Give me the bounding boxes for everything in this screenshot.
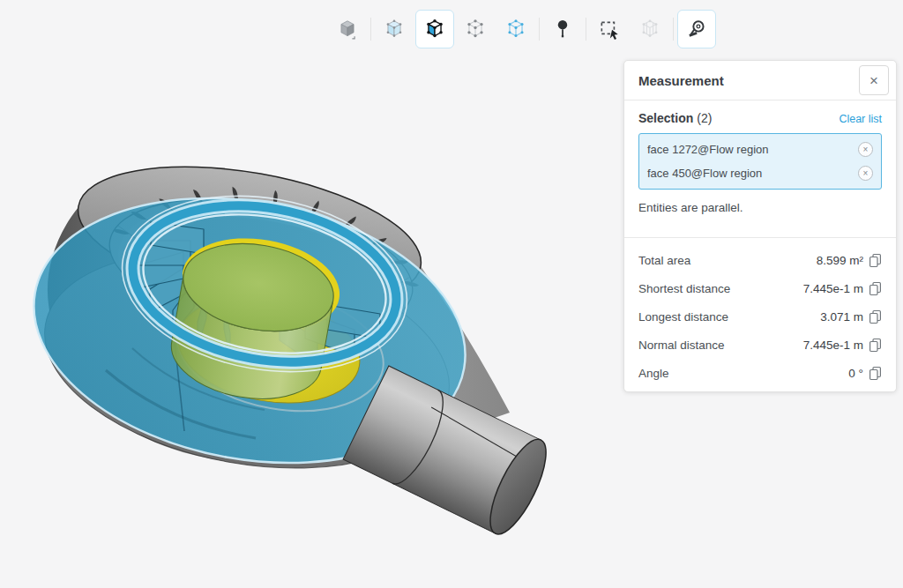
measure-label: Shortest distance — [638, 282, 803, 295]
view-toolbar — [328, 10, 716, 48]
status-text: Entities are parallel. — [638, 201, 882, 214]
measure-value: 3.071 m — [820, 310, 863, 324]
solid-cube-icon[interactable] — [328, 10, 367, 48]
measure-tape-icon[interactable] — [677, 10, 716, 48]
probe-pin-icon[interactable] — [543, 10, 582, 48]
selection-count: (2) — [697, 111, 712, 125]
copy-icon[interactable] — [869, 309, 882, 324]
wireframe-cube-icon[interactable] — [496, 10, 535, 48]
toolbar-separator — [673, 18, 674, 41]
toolbar-separator — [370, 18, 371, 41]
table-row: Angle 0 ° — [638, 359, 882, 387]
measurement-rows: Total area 8.599 m² Shortest distance 7.… — [624, 238, 896, 387]
faces-cube-icon[interactable] — [415, 10, 454, 48]
copy-icon[interactable] — [869, 281, 882, 296]
list-item[interactable]: face 450@Flow region × — [647, 161, 873, 185]
copy-icon[interactable] — [869, 366, 882, 381]
clear-list-link[interactable]: Clear list — [839, 113, 882, 125]
measure-value: 7.445e-1 m — [803, 282, 863, 295]
remove-item-icon[interactable]: × — [858, 142, 873, 157]
measure-value: 7.445e-1 m — [803, 339, 863, 352]
table-row: Longest distance 3.071 m — [638, 302, 882, 331]
toolbar-separator — [539, 18, 540, 41]
copy-icon[interactable] — [869, 253, 882, 268]
measure-value: 0 ° — [848, 367, 863, 380]
selection-item-name: face 450@Flow region — [647, 167, 858, 180]
measure-label: Longest distance — [638, 310, 820, 324]
vertices-cube-icon[interactable] — [456, 10, 495, 48]
remove-item-icon[interactable]: × — [858, 166, 873, 181]
mesh-cube-icon[interactable] — [631, 10, 669, 48]
close-icon[interactable]: × — [859, 65, 889, 95]
selection-item-name: face 1272@Flow region — [647, 143, 858, 156]
measure-label: Angle — [638, 367, 848, 380]
measure-value: 8.599 m² — [817, 254, 863, 267]
list-item[interactable]: face 1272@Flow region × — [647, 138, 873, 161]
table-row: Shortest distance 7.445e-1 m — [638, 274, 882, 302]
box-select-icon[interactable] — [590, 10, 629, 48]
panel-header: Measurement × — [624, 61, 896, 100]
table-row: Total area 8.599 m² — [638, 246, 882, 274]
copy-icon[interactable] — [869, 338, 882, 353]
shaded-cube-icon[interactable] — [375, 10, 414, 48]
toolbar-separator — [586, 18, 586, 41]
panel-title: Measurement — [638, 73, 859, 88]
measurement-panel: Measurement × Selection (2) Clear list f… — [623, 60, 897, 392]
measure-label: Total area — [638, 254, 817, 267]
selection-section: Selection (2) Clear list face 1272@Flow … — [624, 100, 896, 226]
selection-list: face 1272@Flow region × face 450@Flow re… — [638, 133, 882, 190]
app-window: Measurement × Selection (2) Clear list f… — [0, 0, 903, 588]
selection-label: Selection — [638, 111, 693, 125]
measure-label: Normal distance — [638, 339, 803, 352]
table-row: Normal distance 7.445e-1 m — [638, 331, 882, 359]
